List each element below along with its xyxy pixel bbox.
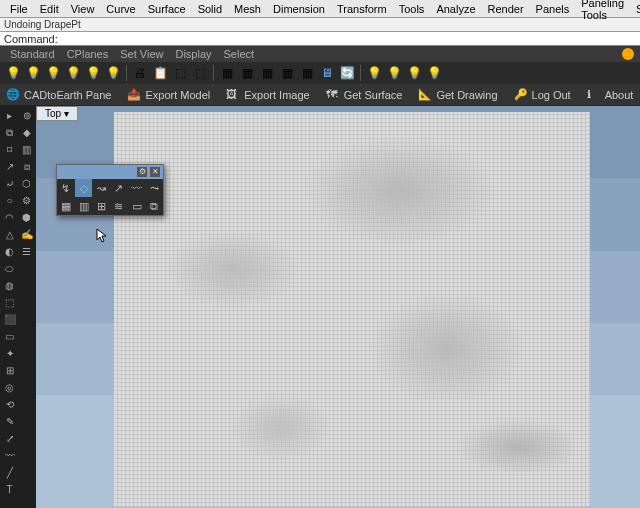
tool-text[interactable]: T (2, 482, 17, 497)
menu-dimension[interactable]: Dimension (267, 1, 331, 17)
menu-transform[interactable]: Transform (331, 1, 393, 17)
gear-icon[interactable]: ⚙ (137, 167, 147, 177)
tool-line[interactable]: ╱ (2, 465, 17, 480)
about-button[interactable]: ℹ About (587, 88, 634, 102)
menu-view[interactable]: View (65, 1, 101, 17)
menu-tools[interactable]: Tools (393, 1, 431, 17)
lightbulb-icon[interactable]: 💡 (425, 64, 443, 82)
tool-options[interactable]: ⚙ (19, 193, 34, 208)
menu-curve[interactable]: Curve (100, 1, 141, 17)
tool-array[interactable]: ⊞ (2, 363, 17, 378)
tool-drape[interactable]: ◇ (75, 179, 93, 197)
tool-cplane[interactable]: ⌑ (2, 142, 17, 157)
menu-panels[interactable]: Panels (530, 1, 576, 17)
tool-lasso[interactable]: ⧉ (2, 125, 17, 140)
tool-rotate[interactable]: ◎ (2, 380, 17, 395)
tool-grid3[interactable]: ⊞ (92, 197, 110, 215)
tool-grid2[interactable]: ▥ (75, 197, 93, 215)
tool-notes[interactable]: ✍ (19, 227, 34, 242)
close-icon[interactable]: ✕ (150, 167, 160, 177)
lightbulb-icon[interactable]: 💡 (104, 64, 122, 82)
tool-move[interactable]: ↗ (2, 159, 17, 174)
tool-explode[interactable]: ▭ (2, 329, 17, 344)
tool-undo[interactable]: ⤾ (2, 176, 17, 191)
layout-icon[interactable]: ▦ (258, 64, 276, 82)
tool-render[interactable]: ◆ (19, 125, 34, 140)
tool-mesh[interactable]: ⬛ (2, 312, 17, 327)
menu-section-tools[interactable]: SectionTools (630, 1, 640, 17)
tool-layers[interactable]: ⧈ (19, 159, 34, 174)
tool-solid[interactable]: ◍ (2, 278, 17, 293)
tool-sketch[interactable]: ↝ (92, 179, 110, 197)
lightbulb-icon[interactable]: 💡 (4, 64, 22, 82)
tool-menu[interactable]: ☰ (19, 244, 34, 259)
floating-toolbar[interactable]: ⚙ ✕ ↯ ◇ ↝ ↗ 〰 ⤳ ▦ ▥ ⊞ ≋ ▭ ⧉ (56, 164, 164, 216)
export-image-button[interactable]: 🖼 Export Image (226, 88, 309, 102)
tool-grasshopper[interactable]: ⬢ (19, 210, 34, 225)
terrain-mesh-surface[interactable] (114, 112, 590, 506)
lightbulb-icon[interactable]: 💡 (405, 64, 423, 82)
tool-extend[interactable]: ⤳ (145, 179, 163, 197)
layout-icon[interactable]: ▦ (278, 64, 296, 82)
export-model-button[interactable]: 📤 Export Model (127, 88, 210, 102)
tool-tween[interactable]: 〰 (128, 179, 146, 197)
tool-grid1[interactable]: ▦ (57, 197, 75, 215)
tool-interpolate[interactable]: ↯ (57, 179, 75, 197)
tool-select[interactable]: ▸ (2, 108, 17, 123)
tool-box[interactable]: ⬚ (2, 295, 17, 310)
print-icon[interactable]: 🖨 (131, 64, 149, 82)
command-line[interactable]: Command: (0, 32, 640, 46)
clipboard-icon[interactable]: 📋 (151, 64, 169, 82)
menu-solid[interactable]: Solid (192, 1, 228, 17)
menu-mesh[interactable]: Mesh (228, 1, 267, 17)
layout-icon[interactable]: ▦ (238, 64, 256, 82)
refresh-icon[interactable]: 🔄 (338, 64, 356, 82)
tool-heightfield[interactable]: ⧉ (145, 197, 163, 215)
tool-circle[interactable]: ○ (2, 193, 17, 208)
cadtoearth-pane-button[interactable]: 🌐 CADtoEarth Pane (6, 88, 111, 102)
tool-contour[interactable]: ≋ (110, 197, 128, 215)
tool-sphere[interactable]: ◐ (2, 244, 17, 259)
grid-icon[interactable]: ⬚ (171, 64, 189, 82)
tool-ellipsoid[interactable]: ⬭ (2, 261, 17, 276)
tool-arc[interactable]: ◠ (2, 210, 17, 225)
tab-standard[interactable]: Standard (4, 48, 61, 60)
layout-icon[interactable]: ▦ (218, 64, 236, 82)
tab-select[interactable]: Select (218, 48, 261, 60)
tool-copy[interactable]: ⟲ (2, 397, 17, 412)
get-drawing-button[interactable]: 📐 Get Drawing (418, 88, 497, 102)
tool-scale[interactable]: ⤢ (2, 431, 17, 446)
lightbulb-icon[interactable]: 💡 (365, 64, 383, 82)
viewport-tab-top[interactable]: Top ▾ (36, 106, 78, 121)
display-icon[interactable]: 🖥 (318, 64, 336, 82)
layout-icon[interactable]: ▦ (298, 64, 316, 82)
tool-hex[interactable]: ⬡ (19, 176, 34, 191)
tab-setview[interactable]: Set View (114, 48, 169, 60)
tool-project[interactable]: ↗ (110, 179, 128, 197)
tab-cplanes[interactable]: CPlanes (61, 48, 115, 60)
menu-analyze[interactable]: Analyze (430, 1, 481, 17)
lightbulb-icon[interactable]: 💡 (64, 64, 82, 82)
lightbulb-icon[interactable]: 💡 (385, 64, 403, 82)
menu-surface[interactable]: Surface (142, 1, 192, 17)
tool-curve[interactable]: 〰 (2, 448, 17, 463)
lightbulb-icon[interactable]: 💡 (24, 64, 42, 82)
log-out-button[interactable]: 🔑 Log Out (514, 88, 571, 102)
toolbar-options-button[interactable] (622, 48, 634, 60)
menu-edit[interactable]: Edit (34, 1, 65, 17)
lightbulb-icon[interactable]: 💡 (84, 64, 102, 82)
tab-display[interactable]: Display (169, 48, 217, 60)
tool-polygon[interactable]: △ (2, 227, 17, 242)
lightbulb-icon[interactable]: 💡 (44, 64, 62, 82)
floating-toolbar-header[interactable]: ⚙ ✕ (57, 165, 163, 179)
tool-join[interactable]: ✦ (2, 346, 17, 361)
tool-patch[interactable]: ▭ (128, 197, 146, 215)
tool-edit[interactable]: ✎ (2, 414, 17, 429)
grid-icon[interactable]: ⬚ (191, 64, 209, 82)
menu-file[interactable]: File (4, 1, 34, 17)
tool-dimension[interactable]: ⊚ (19, 108, 34, 123)
menu-render[interactable]: Render (482, 1, 530, 17)
menu-paneling-tools[interactable]: Paneling Tools (575, 0, 630, 23)
get-surface-button[interactable]: 🗺 Get Surface (326, 88, 403, 102)
tool-properties[interactable]: ▥ (19, 142, 34, 157)
